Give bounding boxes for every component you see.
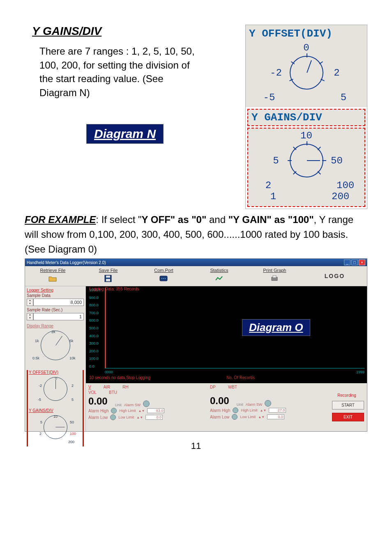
high-limit-lbl-left: High Limit xyxy=(119,409,136,413)
side-y-offset-label: Y OFFSET(DIV) xyxy=(29,370,82,375)
yo-0: 0 xyxy=(55,376,57,380)
dr-10k: 10k xyxy=(69,356,76,360)
unit-btu[interactable]: BTU xyxy=(109,390,117,395)
yo-2: 2 xyxy=(71,384,74,388)
unit-air[interactable]: AIR xyxy=(104,385,111,389)
y-offset-title: Y OFFSET(DIV) xyxy=(246,25,367,41)
diskette-icon xyxy=(81,274,135,283)
y-gains-1: 1 xyxy=(265,191,281,202)
diagram-n-label: Diagram N xyxy=(86,124,164,144)
dr-2k: 2k xyxy=(51,330,55,334)
example-text: FOR EXAMPLE: If select "Y OFF" as "0" an… xyxy=(25,212,367,257)
alarm-low-right: Alarm Low xyxy=(210,415,229,419)
yg-50: 50 xyxy=(70,420,74,424)
menu-print-graph[interactable]: Print Graph xyxy=(247,266,302,286)
window-titlebar: Handheld Meter's Data Logger(Version 2.0… xyxy=(25,259,367,266)
svg-point-6 xyxy=(165,278,166,279)
display-range-label: Display Range xyxy=(27,324,84,328)
alarm-sw-right: Alarm SW xyxy=(246,402,263,407)
alarm-high-led-left[interactable] xyxy=(111,408,117,414)
logo-cell: LOGO xyxy=(302,266,367,286)
yo-n5: -5 xyxy=(38,398,41,402)
side-panel: Logger Setting Sample Data ▲▼ 8,000 Samp… xyxy=(25,286,86,431)
yo-n2: -2 xyxy=(39,384,42,388)
sample-data-label: Sample Data xyxy=(27,293,84,298)
side-y-offset-dial[interactable] xyxy=(44,377,67,401)
port-icon xyxy=(137,274,191,283)
folder-open-icon xyxy=(26,274,80,283)
y-offset-right-low: 5 xyxy=(336,92,351,103)
minimize-icon[interactable]: _ xyxy=(344,260,350,265)
alarm-low-led-left[interactable] xyxy=(110,414,116,420)
alarm-low-left: Alarm Low xyxy=(88,415,108,420)
y-offset-right-mid: 2 xyxy=(329,67,345,78)
y-gains-100: 100 xyxy=(337,180,352,191)
menu-save-file[interactable]: Save File xyxy=(81,266,136,286)
sample-data-spinner[interactable]: ▲▼ xyxy=(27,299,33,306)
yg-200: 200 xyxy=(68,440,74,444)
high-limit-lbl-right: High Limit xyxy=(241,408,257,412)
yg-5: 5 xyxy=(40,420,42,424)
unit-lbl-left: Unit xyxy=(115,403,122,407)
alarm-low-led-right[interactable] xyxy=(232,414,238,420)
menu-retrieve-file[interactable]: Retrieve File xyxy=(25,266,81,286)
printer-icon xyxy=(248,274,302,283)
alarm-sw-led-left[interactable] xyxy=(143,400,150,407)
unit-dp[interactable]: DP xyxy=(210,385,216,389)
sample-rate-spinner[interactable]: ▲▼ xyxy=(27,313,33,320)
body-text: There are 7 ranges : 1, 2, 5, 10, 50, 10… xyxy=(39,44,196,99)
sample-rate-value[interactable]: 1 xyxy=(33,313,84,320)
alarm-sw-led-right[interactable] xyxy=(265,400,271,407)
y-gains-200: 200 xyxy=(332,191,347,202)
unit-rh[interactable]: RH xyxy=(122,385,128,389)
yg-100: 100 xyxy=(70,432,76,436)
yo-5: 5 xyxy=(71,398,74,402)
sample-data-value[interactable]: 8,000 xyxy=(33,299,84,306)
y-offset-top: 0 xyxy=(299,42,314,53)
low-limit-left[interactable]: 0.0 xyxy=(145,415,163,420)
alarm-sw-left: Alarm SW xyxy=(124,403,141,407)
svg-rect-1 xyxy=(106,276,110,278)
dr-05k: 0.5k xyxy=(32,356,39,360)
y-gains-50: 50 xyxy=(329,155,345,166)
menu-statistics[interactable]: Statistics xyxy=(191,266,247,286)
display-range-dial[interactable] xyxy=(41,331,70,360)
window-title: Handheld Meter's Data Logger(Version 2.0… xyxy=(27,260,106,265)
plot-status: 10 seconds no data,Stop Logging xyxy=(89,375,150,380)
high-limit-right[interactable]: 27.0 xyxy=(269,408,286,413)
x-left: 0000 xyxy=(105,370,113,374)
maximize-icon[interactable]: □ xyxy=(351,260,358,265)
dr-1k: 1k xyxy=(35,339,39,343)
side-y-gains-dial[interactable] xyxy=(44,415,67,439)
low-limit-right[interactable]: 0.0 xyxy=(267,414,284,419)
alarm-high-right: Alarm High xyxy=(210,408,230,413)
exit-button[interactable]: EXIT xyxy=(332,413,364,421)
alarm-high-left: Alarm High xyxy=(88,409,108,413)
y-gains-dial[interactable] xyxy=(290,144,323,177)
low-limit-lbl-right: Low Limit xyxy=(240,415,256,419)
close-icon[interactable]: × xyxy=(359,260,365,265)
start-button[interactable]: START xyxy=(332,401,364,409)
y-offset-gains-panel: Y OFFSET(DIV) 0 -2 2 -5 xyxy=(245,25,367,209)
y-offset-dial[interactable] xyxy=(290,56,323,90)
menu-com-port[interactable]: Com.Port xyxy=(136,266,191,286)
yg-10: 10 xyxy=(53,414,58,419)
y-gains-heading: Y GAINS/DIV xyxy=(32,25,201,38)
y-gains-2: 2 xyxy=(261,180,276,191)
alarm-high-led-right[interactable] xyxy=(233,407,238,413)
svg-rect-2 xyxy=(106,279,110,281)
unit-lbl-right: Unit xyxy=(237,402,243,407)
dr-5k: 5k xyxy=(69,339,74,343)
diagram-o-label: Diagram O xyxy=(242,319,310,336)
y-axis-ticks: 1000.0 900.0 800.0 700.0 600.0 500.0 400… xyxy=(89,288,106,368)
y-offset-left-mid: -2 xyxy=(268,67,284,78)
app-screenshot: Handheld Meter's Data Logger(Version 2.0… xyxy=(25,258,367,432)
y-gains-title: Y GAINS/DIV xyxy=(247,109,365,126)
high-limit-left[interactable]: 83.0 xyxy=(147,408,164,413)
unit-vol[interactable]: VOL xyxy=(88,390,97,395)
unit-v[interactable]: V xyxy=(88,385,91,389)
value-right: 0.00 xyxy=(210,395,234,407)
menubar: Retrieve File Save File Com.Port Statist… xyxy=(25,266,367,286)
y-gains-top: 10 xyxy=(299,130,314,141)
unit-wbt[interactable]: WBT xyxy=(228,385,237,389)
